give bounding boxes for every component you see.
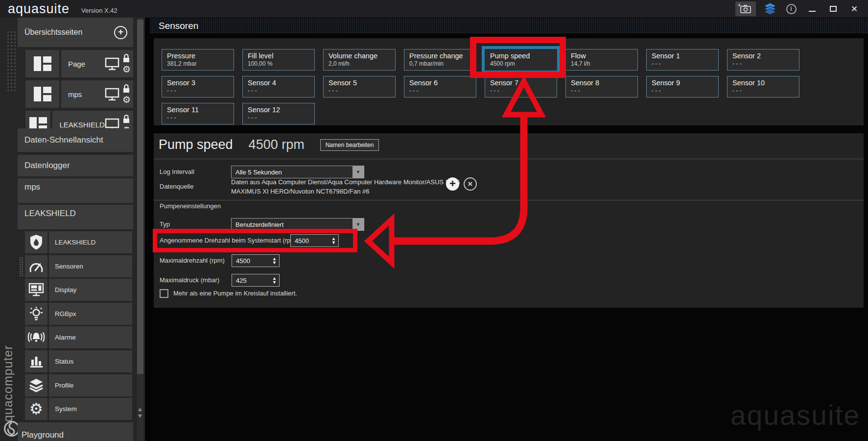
sensor-tile-sensor-2[interactable]: Sensor 2 - - - (727, 49, 799, 71)
lock-icon[interactable] (122, 53, 130, 65)
main-content: Sensoren Pressure 381,2 mbar Fill level … (145, 18, 868, 441)
screenshot-button[interactable]: + (735, 1, 756, 16)
max-rpm-input[interactable]: 4500 ▲▼ (232, 254, 280, 267)
minimize-button[interactable] (805, 1, 819, 16)
tile-value: 2,0 ml/h (328, 60, 395, 68)
startup-rpm-label: Angenommene Drehzahl beim Systemstart (r… (160, 234, 298, 247)
sensor-tile-volume-change[interactable]: Volume change 2,0 ml/h (323, 49, 396, 71)
max-rpm-value: 4500 (232, 257, 272, 265)
sensor-tile-sensor-11[interactable]: Sensor 11 - - - (162, 103, 234, 124)
gear-icon[interactable]: ⚙ (122, 95, 131, 104)
sensor-tile-pump-speed[interactable]: Pump speed 4500 rpm (485, 49, 557, 71)
sensor-tile-sensor-3[interactable]: Sensor 3 - - - (162, 76, 234, 98)
sidebar-item-profile[interactable]: Profile (18, 374, 133, 396)
layers-icon (25, 374, 47, 396)
log-interval-dropdown[interactable]: Alle 5 Sekunden ▼ (231, 166, 364, 178)
chevron-down-icon[interactable]: ▼ (352, 219, 364, 230)
sensor-tile-sensor-6[interactable]: Sensor 6 - - - (404, 76, 476, 98)
startup-rpm-input[interactable]: 4500 ▲▼ (290, 234, 339, 247)
sidebar-item-alarme[interactable]: Alarme (18, 326, 133, 348)
sidebar-section-datenlogger[interactable]: Datenlogger (18, 155, 133, 176)
sidebar-section-leakshield[interactable]: LEAKSHIELD (18, 205, 133, 229)
chevron-down-icon[interactable]: ▼ (352, 166, 364, 178)
sensor-tile-sensor-8[interactable]: Sensor 8 - - - (565, 76, 638, 98)
info-icon: i (786, 4, 797, 14)
sidebar-page-mps[interactable]: mps ⚙ (18, 80, 133, 108)
sensor-tile-fill-level[interactable]: Fill level 100,00 % (242, 49, 315, 71)
section-label: LEAKSHIELD (24, 209, 76, 219)
sensor-tile-sensor-10[interactable]: Sensor 10 - - - (727, 76, 799, 98)
datasource-label: Datenquelle (160, 180, 193, 193)
sidebar-item-display[interactable]: Display (18, 279, 133, 301)
tile-name: Sensor 6 (409, 78, 476, 87)
max-pressure-input[interactable]: 425 ▲▼ (232, 274, 280, 287)
spinner-arrows-icon[interactable]: ▲▼ (331, 237, 336, 245)
detail-title: Pump speed (159, 137, 233, 152)
tile-value: - - - (328, 87, 395, 95)
multiple-pumps-checkbox[interactable] (160, 289, 168, 298)
spinner-arrows-icon[interactable]: ▲▼ (272, 276, 277, 284)
spinner-arrows-icon[interactable]: ▲▼ (272, 257, 277, 265)
sensor-detail-panel: Pump speed 4500 rpm Namen bearbeiten Log… (154, 133, 864, 308)
sidebar-item-rgbpx[interactable]: RGBpx (18, 303, 133, 325)
detail-value: 4500 rpm (249, 137, 305, 152)
edit-name-button[interactable]: Namen bearbeiten (320, 139, 379, 151)
sensor-tile-pressure[interactable]: Pressure 381,2 mbar (162, 49, 234, 71)
remove-datasource-button circle-x-icon[interactable]: ✕ (464, 177, 477, 191)
sensor-tile-pressure-change[interactable]: Pressure change 0,7 mbar/min (404, 49, 476, 71)
lock-icon[interactable] (122, 114, 130, 125)
multiple-pumps-label: Mehr als eine Pumpe im Kreislauf install… (173, 287, 297, 300)
sensor-tile-sensor-9[interactable]: Sensor 9 - - - (646, 76, 719, 98)
sensor-tile-flow[interactable]: Flow 14,7 l/h (565, 49, 638, 71)
scrollbar-down-icon[interactable] (138, 415, 142, 418)
monitor-icon[interactable] (105, 57, 119, 71)
scrollbar-thumb[interactable] (137, 20, 143, 374)
sensor-tile-sensor-7[interactable]: Sensor 7 - - - (485, 76, 557, 98)
max-pressure-label: Maximaldruck (mbar) (160, 274, 219, 287)
profiles-button[interactable] (763, 1, 777, 16)
log-interval-label: Log Intervall (160, 166, 194, 178)
sidebar-item-system[interactable]: ⚙ System (18, 398, 133, 420)
tile-name: Sensor 1 (652, 51, 718, 60)
monitor-icon[interactable] (105, 88, 119, 101)
sidebar-section-daten-schnellansicht[interactable]: Daten-Schnellansicht (18, 128, 133, 152)
pump-type-dropdown[interactable]: Benutzerdefiniert ▼ (231, 218, 364, 231)
sensor-tile-sensor-4[interactable]: Sensor 4 - - - (242, 76, 315, 98)
add-datasource-button plus-icon[interactable]: + (446, 177, 459, 191)
gear-icon[interactable]: ⚙ (122, 65, 131, 74)
tile-name: Sensor 3 (167, 78, 234, 87)
tile-value: - - - (571, 87, 637, 95)
sensor-tile-sensor-5[interactable]: Sensor 5 - - - (323, 76, 396, 98)
pump-type-value: Benutzerdefiniert (232, 219, 352, 230)
camera-icon (740, 4, 751, 14)
tile-name: Sensor 10 (732, 78, 799, 87)
add-page-button plus-circle-icon[interactable]: + (114, 26, 127, 39)
sidebar-section-playground[interactable]: Playground (18, 422, 133, 441)
sidebar-section-mps[interactable]: mps (18, 178, 133, 203)
sensor-tile-sensor-1[interactable]: Sensor 1 - - - (646, 49, 719, 71)
tile-name: Sensor 5 (328, 78, 395, 87)
info-button[interactable]: i (784, 1, 798, 16)
shield-icon (25, 231, 47, 253)
sidebar-item-status[interactable]: Status (18, 350, 133, 372)
grid-icon (25, 80, 59, 108)
sidebar-scrollbar[interactable] (137, 18, 143, 441)
tile-name: Pump speed (490, 51, 557, 60)
sidebar-item-label: RGBpx (55, 310, 76, 318)
tile-name: Pressure (167, 51, 234, 60)
tile-name: Sensor 4 (248, 78, 314, 87)
max-rpm-label: Maximaldrehzahl (rpm) (160, 254, 225, 267)
sensor-tile-sensor-12[interactable]: Sensor 12 - - - (242, 103, 315, 124)
page-label: LEAKSHIELD (59, 121, 105, 129)
sidebar-page-page[interactable]: Page ⚙ (18, 50, 133, 77)
close-button[interactable]: ✕ (847, 1, 861, 16)
tile-value: - - - (167, 114, 234, 122)
pump-settings-header: Pumpeneinstellungen (160, 200, 221, 213)
scrollbar-up-icon[interactable] (138, 408, 142, 411)
lock-icon[interactable] (122, 84, 130, 95)
sidebar-item-sensoren[interactable]: Sensoren (18, 255, 133, 277)
sidebar-item-label: Status (55, 358, 73, 365)
maximize-button[interactable] (826, 1, 840, 16)
sidebar-item-leakshield[interactable]: LEAKSHIELD (18, 231, 133, 253)
sidebar-item-label: Sensoren (55, 263, 83, 270)
